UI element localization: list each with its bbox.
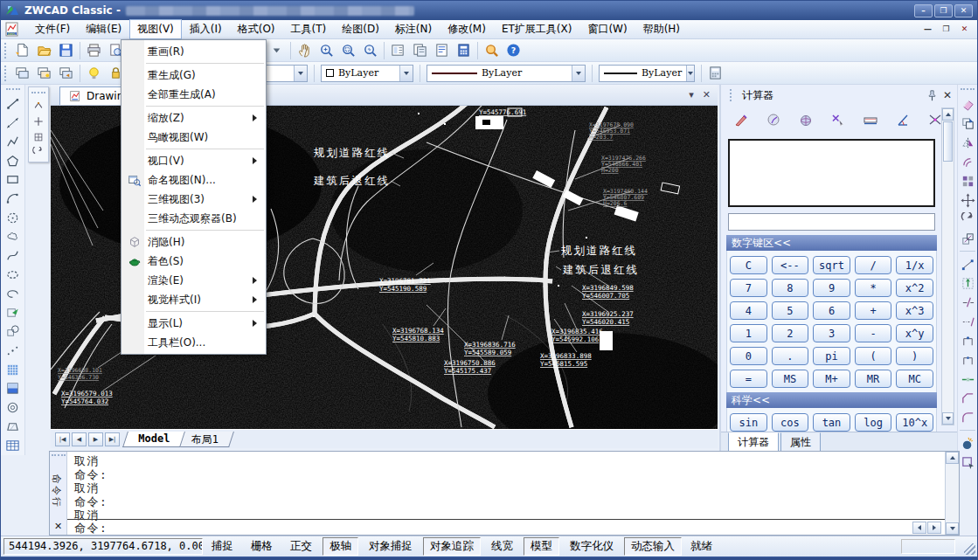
calc-key[interactable]: / <box>855 256 892 274</box>
status-toggle-5[interactable]: 对象追踪 <box>423 537 481 556</box>
view-menu-item-9[interactable]: 命名视图(N)... <box>121 170 266 190</box>
mini-1-button[interactable] <box>30 98 47 114</box>
command-panel-grip[interactable] <box>52 454 66 458</box>
menubar-item-1[interactable]: 编辑(E) <box>78 19 129 39</box>
stretch-button[interactable] <box>957 254 978 273</box>
donut-button[interactable] <box>2 398 24 418</box>
menubar-item-4[interactable]: 格式(O) <box>230 19 283 39</box>
scroll-right-icon[interactable] <box>927 522 941 534</box>
calc-key[interactable]: 7 <box>730 279 767 297</box>
calc-key[interactable]: 2 <box>772 324 809 342</box>
status-toggle-7[interactable]: 模型 <box>524 537 559 556</box>
command-close-icon[interactable]: ✕ <box>54 521 62 532</box>
layer-manager-button[interactable] <box>11 64 33 83</box>
status-toggle-6[interactable]: 线宽 <box>484 537 520 556</box>
table-button[interactable] <box>2 436 24 455</box>
view-menu-item-3[interactable]: 全部重生成(A) <box>121 85 266 104</box>
view-menu-item-2[interactable]: 重生成(G) <box>121 66 266 85</box>
command-scrollbar[interactable] <box>945 452 959 535</box>
document-close-icon[interactable]: ✕ <box>703 89 711 100</box>
menubar-item-3[interactable]: 插入(I) <box>182 19 230 39</box>
scroll-down-icon[interactable] <box>942 412 954 425</box>
match-properties-button[interactable] <box>957 453 978 472</box>
calc-key[interactable]: x^3 <box>896 301 933 320</box>
zoom-previous-button[interactable] <box>359 41 381 60</box>
scroll-up-icon[interactable] <box>942 108 954 121</box>
mini-3-button[interactable] <box>30 129 47 145</box>
prev-tab-button[interactable]: ◀ <box>72 432 87 446</box>
ellipse-arc-button[interactable] <box>2 284 24 303</box>
tab-list-dropdown-icon[interactable]: ▾ <box>689 89 694 100</box>
tool-palettes-button[interactable] <box>409 41 431 60</box>
construction-line-button[interactable] <box>2 114 24 133</box>
explode-button[interactable] <box>957 433 978 453</box>
toolbar-grip[interactable] <box>31 92 45 95</box>
menubar-item-7[interactable]: 标注(N) <box>387 19 440 39</box>
view-menu-item-10[interactable]: 三维视图(3) <box>121 190 266 209</box>
array-button[interactable] <box>957 171 978 190</box>
save-button[interactable] <box>55 41 77 60</box>
calc-key[interactable]: MR <box>855 370 892 388</box>
calc-clear-button[interactable] <box>730 110 752 129</box>
copy-button[interactable] <box>957 114 978 133</box>
menubar-item-6[interactable]: 绘图(D) <box>334 19 387 39</box>
new-file-button[interactable] <box>11 41 33 60</box>
make-block-button[interactable] <box>2 322 24 342</box>
mini-2-button[interactable] <box>30 114 47 129</box>
first-tab-button[interactable]: |◀ <box>55 432 70 446</box>
calc-key[interactable]: M+ <box>813 370 850 388</box>
open-file-button[interactable] <box>33 41 55 60</box>
break-button[interactable] <box>957 350 978 370</box>
revision-cloud-button[interactable] <box>2 227 24 246</box>
status-toggle-2[interactable]: 正交 <box>283 537 319 556</box>
linetype-dropdown[interactable]: ByLayer <box>427 65 586 82</box>
calc-key[interactable]: MS <box>772 370 809 388</box>
view-menu-item-5[interactable]: 缩放(Z) <box>121 108 266 128</box>
command-history[interactable]: 取消命令:取消命令:取消 命令: <box>67 452 945 535</box>
scroll-thumb[interactable] <box>943 121 953 162</box>
tab-properties[interactable]: 属性 <box>780 432 821 453</box>
sci-key[interactable]: sin <box>730 413 767 432</box>
rectangle-button[interactable] <box>2 170 24 190</box>
tab-calculator[interactable]: 计算器 <box>728 432 779 453</box>
next-tab-button[interactable]: ▶ <box>88 432 103 446</box>
resize-grip[interactable] <box>964 543 975 555</box>
calc-key[interactable]: sqrt <box>813 256 850 274</box>
calculator-input[interactable] <box>728 213 935 231</box>
status-toggle-4[interactable]: 对象捕捉 <box>362 537 420 556</box>
mirror-button[interactable] <box>957 133 978 152</box>
calc-key[interactable]: . <box>772 347 809 365</box>
zoom-realtime-button[interactable] <box>316 41 337 60</box>
erase-button[interactable] <box>957 94 978 114</box>
command-panel-strip[interactable]: 命令行 ✕ <box>50 452 67 535</box>
quickcalc-button[interactable] <box>453 41 475 60</box>
command-hscrollbar[interactable] <box>912 522 941 534</box>
calculator-title-bar[interactable]: 计算器 ✕ <box>721 85 957 106</box>
menubar-item-5[interactable]: 工具(T) <box>283 19 335 39</box>
spline-button[interactable] <box>2 246 24 266</box>
move-button[interactable] <box>957 190 978 210</box>
pan-realtime-button[interactable] <box>294 41 316 60</box>
scroll-left-icon[interactable] <box>912 522 926 534</box>
color-dropdown-arrow-icon[interactable] <box>399 66 413 81</box>
layer-on-off-button[interactable] <box>83 64 105 83</box>
lengthen-button[interactable] <box>957 273 978 293</box>
scroll-up-icon[interactable] <box>946 452 959 464</box>
calc-key[interactable]: 8 <box>772 279 809 297</box>
offset-button[interactable] <box>957 152 978 171</box>
calc-key[interactable]: 0 <box>730 347 767 365</box>
tab-model[interactable]: Model <box>122 432 185 447</box>
lineweight-dropdown-arrow-icon[interactable] <box>686 66 694 81</box>
help-button[interactable]: ? <box>503 41 524 60</box>
gradient-button[interactable] <box>2 379 24 398</box>
close-button[interactable]: ✕ <box>954 4 973 17</box>
calc-key[interactable]: 5 <box>772 301 809 320</box>
line-button[interactable] <box>2 94 24 114</box>
sci-key[interactable]: 10^x <box>896 413 933 432</box>
toolbar-grip[interactable] <box>4 43 8 59</box>
point-button[interactable] <box>2 342 24 361</box>
mini-4-button[interactable] <box>30 145 47 161</box>
menubar-item-9[interactable]: ET扩展工具(X) <box>494 19 580 39</box>
calc-distance-button[interactable] <box>859 110 881 129</box>
calculator-scrollbar[interactable] <box>941 107 954 425</box>
